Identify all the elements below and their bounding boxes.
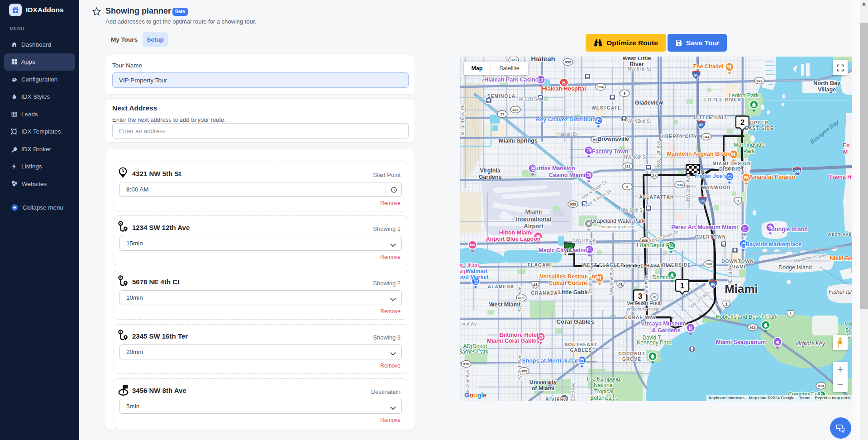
svg-text:Mia: Mia	[844, 321, 852, 327]
svg-text:Miami: Miami	[725, 282, 758, 296]
svg-text:WEST FLAGLER: WEST FLAGLER	[582, 263, 624, 268]
svg-text:1: 1	[790, 311, 792, 316]
svg-text:823: 823	[512, 108, 519, 112]
svg-text:195: 195	[794, 169, 800, 174]
svg-text:Airport: Airport	[524, 223, 544, 230]
svg-text:Morningside: Morningside	[734, 142, 764, 148]
svg-text:Douglas Rd: Douglas Rd	[587, 270, 592, 293]
svg-text:Tropical: Tropical	[594, 388, 613, 395]
svg-text:Casino Miami: Casino Miami	[549, 172, 586, 178]
svg-text:933: 933	[677, 183, 683, 187]
svg-text:CORAL-WAY: CORAL-WAY	[624, 315, 657, 320]
svg-text:Virginia: Virginia	[480, 167, 501, 174]
svg-text:9: 9	[624, 91, 626, 96]
svg-text:Domino: Domino	[652, 274, 672, 281]
svg-text:Brownsville: Brownsville	[597, 136, 629, 142]
svg-text:Rey Chavez Distributor: Rey Chavez Distributor	[536, 116, 598, 123]
svg-text:Park: Park	[743, 148, 755, 154]
svg-text:OVERTOWN: OVERTOWN	[695, 234, 726, 239]
svg-text:GRANADA: GRANADA	[531, 291, 558, 296]
svg-text:913: 913	[818, 384, 824, 388]
svg-text:Botanical...: Botanical...	[590, 395, 617, 401]
svg-text:FLAGAMI: FLAGAMI	[528, 263, 552, 268]
svg-text:1: 1	[680, 282, 684, 290]
svg-text:95: 95	[711, 282, 715, 287]
svg-text:NW 17th Ave: NW 17th Ave	[656, 140, 661, 167]
svg-text:SW 62nd Ave: SW 62nd Ave	[571, 382, 576, 401]
svg-text:Coral Wy: Coral Wy	[460, 321, 477, 326]
svg-text:Biltmore Hotel: Biltmore Hotel	[500, 332, 538, 338]
svg-text:Hialeah Hospital: Hialeah Hospital	[542, 86, 586, 92]
svg-text:National: National	[594, 382, 614, 388]
svg-text:Hilton Miami: Hilton Miami	[499, 230, 533, 236]
svg-text:DISTRICT: DISTRICT	[719, 167, 744, 172]
svg-text:by Hilton: by Hilton	[460, 262, 479, 268]
svg-text:Gardens: Gardens	[479, 174, 502, 180]
svg-text:RIVERSIDE: RIVERSIDE	[662, 263, 692, 268]
svg-text:Factory Town: Factory Town	[592, 148, 628, 155]
svg-text:M: M	[843, 149, 848, 155]
svg-text:LITTLE-HAVAN: LITTLE-HAVAN	[625, 263, 664, 268]
svg-text:944: 944	[703, 135, 710, 139]
svg-text:Fo: Fo	[843, 142, 850, 148]
svg-text:Hobie Island Beach Park: Hobie Island Beach Park	[715, 314, 778, 320]
svg-text:NW 20th St: NW 20th St	[620, 208, 644, 213]
svg-text:27: 27	[652, 173, 657, 177]
svg-text:Kennedy Park: Kennedy Park	[637, 340, 671, 346]
svg-text:112: 112	[625, 164, 631, 168]
svg-text:GABLES: GABLES	[570, 348, 592, 353]
svg-text:WESTGATE: WESTGATE	[591, 105, 621, 110]
svg-text:Airport Blue Lagoon: Airport Blue Lagoon	[486, 236, 541, 242]
svg-text:41: 41	[533, 282, 538, 287]
svg-text:The Citadel: The Citadel	[693, 63, 723, 70]
svg-text:Vizcaya Museum: Vizcaya Museum	[641, 320, 686, 327]
svg-text:Hialeah Dr: Hialeah Dr	[556, 132, 578, 137]
svg-text:ALAMEDA: ALAMEDA	[488, 284, 514, 289]
svg-text:95: 95	[699, 123, 704, 127]
svg-text:RIVIERA: RIVIERA	[546, 397, 568, 401]
svg-text:Dodge Island: Dodge Island	[778, 264, 812, 271]
svg-text:Trader Joe's: Trader Joe's	[694, 173, 727, 179]
svg-text:Coral Gables: Coral Gables	[556, 318, 594, 325]
svg-text:North Bay: North Bay	[813, 80, 840, 86]
svg-text:913: 913	[749, 325, 756, 330]
svg-text:3: 3	[638, 292, 642, 301]
svg-text:Bo: Bo	[845, 327, 851, 333]
svg-text:95: 95	[701, 199, 705, 203]
svg-text:1: 1	[737, 199, 739, 203]
svg-text:934: 934	[597, 85, 604, 89]
svg-text:West Miami: West Miami	[489, 301, 520, 308]
svg-text:Fisher Isla: Fisher Isla	[829, 289, 852, 295]
svg-text:Miami Springs: Miami Springs	[499, 138, 537, 144]
svg-text:Temporarily closed: Temporarily closed	[598, 224, 634, 229]
svg-text:953: 953	[570, 202, 576, 206]
svg-text:ood Market: ood Market	[460, 274, 489, 280]
svg-text:The Kampong,: The Kampong,	[586, 376, 622, 382]
svg-text:968: 968	[706, 262, 712, 266]
svg-text:Amara at Paraiso: Amara at Paraiso	[749, 174, 796, 180]
svg-text:NW 87th St: NW 87th St	[628, 67, 651, 72]
svg-text:GROVE: GROVE	[622, 357, 641, 362]
svg-text:SW 67th Ave: SW 67th Ave	[517, 354, 522, 381]
svg-text:Virginia Key: Virginia Key	[795, 340, 825, 347]
svg-text:NW 10th Ave: NW 10th Ave	[686, 174, 691, 201]
svg-text:MIAMI DESIGN: MIAMI DESIGN	[713, 161, 751, 166]
svg-text:LIBERTY-CITY: LIBERTY-CITY	[660, 134, 698, 139]
svg-text:Faena Hotel M: Faena Hotel M	[830, 174, 852, 180]
svg-text:Nikki-Bea: Nikki-Bea	[830, 255, 852, 262]
svg-text:DOWNTOWN: DOWNTOWN	[721, 259, 754, 264]
svg-text:Village: Village	[818, 86, 836, 93]
svg-text:NW 62nd St: NW 62nd St	[626, 119, 651, 124]
svg-text:H: H	[562, 81, 565, 86]
svg-text:Gladeview: Gladeview	[635, 100, 663, 106]
svg-text:University: University	[529, 379, 557, 385]
svg-text:SOUTHEAST: SOUTHEAST	[565, 342, 597, 347]
svg-text:1: 1	[725, 302, 728, 306]
svg-text:LITTLE HAIT: LITTLE HAIT	[694, 115, 727, 120]
svg-text:& Gardens: & Gardens	[652, 327, 680, 334]
svg-text:9: 9	[626, 185, 629, 189]
svg-text:41: 41	[618, 282, 623, 287]
svg-text:WEST AVEN: WEST AVEN	[827, 232, 852, 237]
svg-text:WYNWOOD: WYNWOOD	[702, 185, 731, 190]
svg-text:Miami Seaquarium: Miami Seaquarium	[716, 339, 766, 345]
